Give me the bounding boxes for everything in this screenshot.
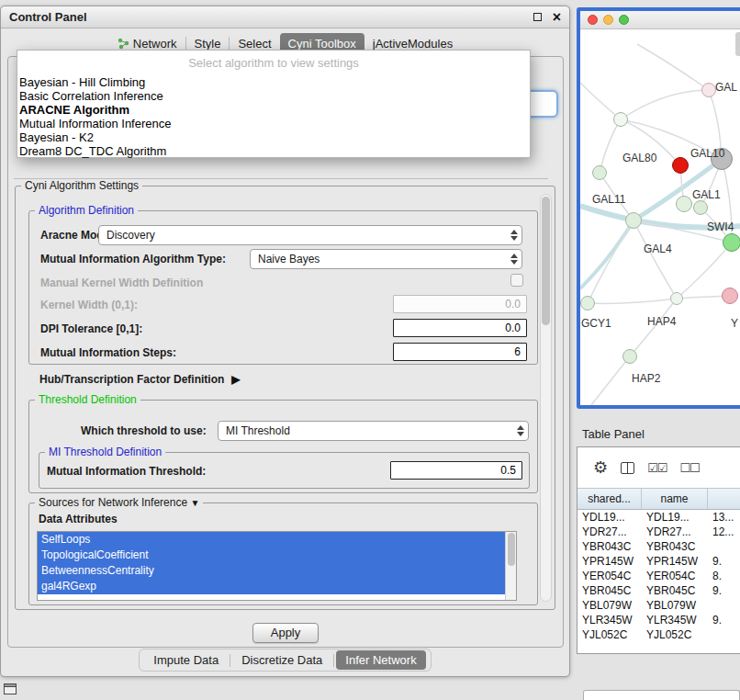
mi-threshold-group: MI Threshold Definition Mutual Informati… bbox=[39, 452, 530, 489]
list-scrollbar[interactable] bbox=[505, 532, 516, 600]
deselect-all-icon[interactable]: ☐☐ bbox=[679, 461, 699, 475]
data-attribute-item[interactable]: TopologicalCoefficient bbox=[38, 548, 516, 563]
table-row[interactable]: YER054C YER054C 8. bbox=[577, 569, 740, 583]
network-view-window: GALGAL80GAL10GAL11GAL1SWI4GAL4GCY1HAP4YH… bbox=[577, 7, 740, 409]
cyni-algorithm-settings-group: Cyni Algorithm Settings Algorithm Defini… bbox=[15, 186, 555, 610]
network-node[interactable] bbox=[701, 83, 716, 97]
algorithm-option[interactable]: Basic Correlation Inference bbox=[17, 89, 530, 103]
data-attribute-item[interactable]: gal4RGexp bbox=[38, 579, 516, 594]
column-header-name[interactable]: name bbox=[642, 489, 708, 509]
table-row[interactable]: YDR27... YDR27... 12... bbox=[577, 525, 740, 539]
sources-title-label: Sources for Network Inference bbox=[39, 496, 187, 509]
data-attribute-item[interactable]: BetweennessCentrality bbox=[38, 563, 516, 579]
cell-name: YLR345W bbox=[642, 614, 708, 627]
settings-scrollbar[interactable] bbox=[540, 194, 552, 602]
table-row[interactable]: YDL19... YDL19... 13... bbox=[577, 510, 740, 525]
tab-style-label: Style bbox=[195, 37, 221, 51]
hub-definition-label: Hub/Transcription Factor Definition bbox=[39, 373, 224, 386]
algorithm-placeholder: Select algorithm to view settings bbox=[17, 51, 530, 75]
algorithm-dropdown-popup: Select algorithm to view settings Bayesi… bbox=[17, 50, 531, 158]
dpi-tolerance-input[interactable] bbox=[393, 319, 527, 337]
network-node[interactable] bbox=[670, 292, 683, 305]
table-panel-title: Table Panel bbox=[582, 427, 645, 441]
network-node[interactable] bbox=[676, 196, 692, 212]
mi-steps-label: Mutual Information Steps: bbox=[40, 346, 176, 359]
columns-icon[interactable] bbox=[621, 462, 634, 474]
network-node-label: GAL80 bbox=[622, 152, 656, 164]
table-row[interactable]: YBL079W YBL079W bbox=[577, 598, 740, 613]
combo-arrows-icon bbox=[517, 425, 524, 436]
algorithm-option[interactable]: Dream8 DC_TDC Algorithm bbox=[17, 144, 530, 158]
cell-shared-name: YJL052C bbox=[577, 628, 642, 641]
network-node[interactable] bbox=[693, 200, 708, 215]
algorithm-option[interactable]: Bayesian - K2 bbox=[17, 130, 530, 144]
network-node-label: GAL10 bbox=[690, 147, 724, 160]
tab-jactivemodules-label: jActiveModules bbox=[373, 37, 453, 51]
network-node[interactable] bbox=[580, 296, 595, 310]
sources-title[interactable]: Sources for Network Inference ▼ bbox=[35, 496, 203, 509]
network-node-label: GAL4 bbox=[644, 243, 672, 255]
network-node-label: SWI4 bbox=[707, 220, 734, 233]
table-row[interactable]: YJL052C YJL052C bbox=[577, 627, 740, 642]
network-node[interactable] bbox=[613, 112, 628, 127]
minimize-traffic-light[interactable] bbox=[603, 15, 613, 25]
column-header-partial[interactable] bbox=[708, 489, 740, 509]
tab-separator bbox=[230, 654, 230, 667]
column-header-shared-name[interactable]: shared... bbox=[577, 489, 642, 509]
table-row[interactable]: YBR043C YBR043C bbox=[577, 539, 740, 554]
network-node[interactable] bbox=[723, 233, 740, 252]
cell-shared-name: YBR045C bbox=[577, 584, 642, 597]
network-canvas[interactable]: GALGAL80GAL10GAL11GAL1SWI4GAL4GCY1HAP4YH… bbox=[580, 29, 740, 405]
tab-infer-network[interactable]: Infer Network bbox=[336, 650, 425, 670]
settings-scrollbar-thumb[interactable] bbox=[542, 197, 550, 325]
aracne-mode-select[interactable]: Discovery bbox=[98, 225, 522, 245]
table-row[interactable]: YBR045C YBR045C 9. bbox=[577, 583, 740, 598]
hub-definition-expander[interactable]: Hub/Transcription Factor Definition ▶ bbox=[39, 373, 241, 386]
kernel-width-label: Kernel Width (0,1): bbox=[40, 299, 138, 311]
cell-value: 9. bbox=[708, 555, 740, 568]
mi-steps-input[interactable] bbox=[393, 343, 527, 361]
birdseye-panel-strip[interactable] bbox=[583, 690, 740, 700]
tab-discretize-data[interactable]: Discretize Data bbox=[232, 650, 331, 670]
table-row[interactable]: YLR345W YLR345W 9. bbox=[577, 613, 740, 627]
network-node[interactable] bbox=[722, 288, 738, 304]
table-row[interactable]: YPR145W YPR145W 9. bbox=[577, 554, 740, 569]
cell-value: 12... bbox=[708, 525, 740, 538]
window-title: Control Panel bbox=[9, 10, 533, 24]
zoom-traffic-light[interactable] bbox=[619, 15, 629, 25]
close-traffic-light[interactable] bbox=[588, 15, 598, 25]
select-all-icon[interactable]: ☑☑ bbox=[647, 461, 667, 475]
tab-impute-data[interactable]: Impute Data bbox=[144, 650, 228, 670]
network-scrollbar[interactable] bbox=[735, 32, 740, 56]
network-node[interactable] bbox=[672, 157, 689, 174]
cell-shared-name: YDL19... bbox=[577, 511, 642, 524]
restore-panel-icon[interactable] bbox=[4, 683, 17, 694]
mi-threshold-input[interactable] bbox=[390, 461, 522, 480]
which-threshold-value: MI Threshold bbox=[226, 424, 290, 437]
gear-icon[interactable]: ⚙ bbox=[593, 457, 608, 478]
network-node[interactable] bbox=[625, 212, 642, 229]
network-icon bbox=[118, 38, 129, 50]
which-threshold-select[interactable]: MI Threshold bbox=[218, 421, 529, 441]
algorithm-definition-title: Algorithm Definition bbox=[35, 204, 138, 217]
manual-kernel-checkbox[interactable] bbox=[510, 274, 523, 287]
data-attributes-label: Data Attributes bbox=[39, 513, 118, 525]
close-icon[interactable]: × bbox=[553, 10, 561, 25]
algorithm-option[interactable]: Bayesian - Hill Climbing bbox=[17, 75, 530, 89]
mi-threshold-label: Mutual Information Threshold: bbox=[47, 465, 206, 478]
list-scrollbar-thumb[interactable] bbox=[508, 533, 515, 566]
network-node[interactable] bbox=[622, 349, 637, 364]
kernel-width-input[interactable] bbox=[393, 295, 527, 313]
apply-button[interactable]: Apply bbox=[252, 623, 319, 643]
data-attribute-item[interactable]: SelfLoops bbox=[38, 532, 516, 548]
cell-shared-name: YPR145W bbox=[577, 555, 642, 568]
cell-name: YDR27... bbox=[642, 525, 708, 538]
bottom-tabs-group: Impute Data Discretize Data Infer Networ… bbox=[139, 649, 431, 672]
mi-type-select[interactable]: Naive Bayes bbox=[250, 249, 522, 269]
float-window-icon[interactable] bbox=[533, 13, 542, 21]
aracne-mode-value: Discovery bbox=[107, 229, 155, 242]
algorithm-option[interactable]: Mutual Information Inference bbox=[17, 117, 530, 130]
algorithm-option[interactable]: ARACNE Algorithm bbox=[17, 103, 530, 117]
network-node-label: Y bbox=[731, 317, 738, 330]
network-node[interactable] bbox=[592, 165, 607, 180]
